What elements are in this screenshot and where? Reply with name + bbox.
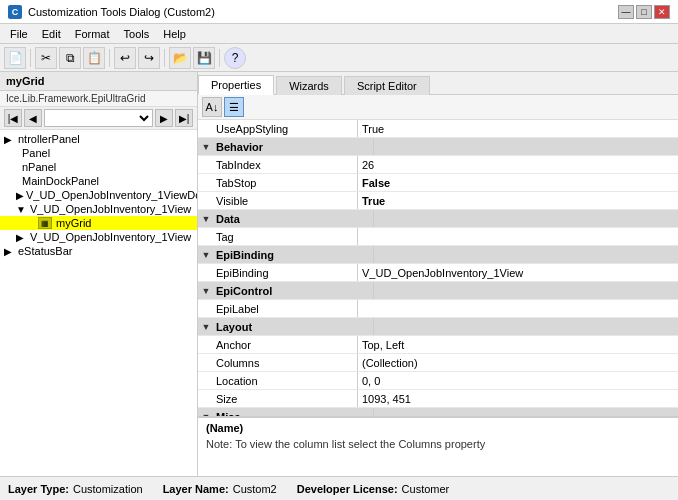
prop-row-location: Location 0, 0: [198, 372, 678, 390]
tree-item-view2[interactable]: ▶ V_UD_OpenJobInventory_1View: [0, 230, 197, 244]
tree-area: ▶ ntrollerPanel Panel nPanel MainDockPan…: [0, 130, 197, 476]
prop-cat-epicontrol[interactable]: ▼ EpiControl: [198, 282, 678, 300]
menu-format[interactable]: Format: [69, 27, 116, 41]
toolbar-sep-3: [164, 49, 165, 67]
tree-item-view1[interactable]: ▼ V_UD_OpenJobInventory_1View: [0, 202, 197, 216]
tree-toggle: ▼: [16, 204, 28, 215]
menu-bar: File Edit Format Tools Help: [0, 24, 678, 44]
menu-edit[interactable]: Edit: [36, 27, 67, 41]
maximize-button[interactable]: □: [636, 5, 652, 19]
tree-toggle: ▶: [16, 232, 28, 243]
tree-toggle: ▶: [4, 246, 16, 257]
status-layer-name: Layer Name: Custom2: [163, 483, 277, 495]
redo-button[interactable]: ↪: [138, 47, 160, 69]
prop-value[interactable]: 26: [358, 156, 678, 173]
nav-bar: |◀ ◀ ▶ ▶|: [0, 107, 197, 130]
close-button[interactable]: ✕: [654, 5, 670, 19]
tab-script-editor[interactable]: Script Editor: [344, 76, 430, 95]
cat-toggle: ▼: [198, 138, 214, 155]
tree-label: V_UD_OpenJobInventory_1View: [30, 231, 191, 243]
prop-row-tabindex: TabIndex 26: [198, 156, 678, 174]
cat-name: Misc: [214, 408, 374, 416]
tab-bar: Properties Wizards Script Editor: [198, 72, 678, 95]
description-panel: (Name) Note: To view the column list sel…: [198, 416, 678, 476]
sort-category-button[interactable]: ☰: [224, 97, 244, 117]
tree-item-controllerpanel[interactable]: ▶ ntrollerPanel: [0, 132, 197, 146]
prop-value[interactable]: [358, 300, 678, 317]
prop-value[interactable]: (Collection): [358, 354, 678, 371]
prop-value[interactable]: True: [358, 120, 678, 137]
menu-file[interactable]: File: [4, 27, 34, 41]
status-developer-value: Customer: [402, 483, 450, 495]
main-toolbar: 📄 ✂ ⧉ 📋 ↩ ↪ 📂 💾 ?: [0, 44, 678, 72]
open-button[interactable]: 📂: [169, 47, 191, 69]
prop-value[interactable]: V_UD_OpenJobInventory_1View: [358, 264, 678, 281]
left-panel: myGrid Ice.Lib.Framework.EpiUltraGrid |◀…: [0, 72, 198, 476]
prop-name: Visible: [198, 192, 358, 209]
menu-help[interactable]: Help: [157, 27, 192, 41]
status-layer-type: Layer Type: Customization: [8, 483, 143, 495]
prop-name: Anchor: [198, 336, 358, 353]
tree-item-mygrid[interactable]: ▦ myGrid: [0, 216, 197, 230]
prop-cat-epibinding[interactable]: ▼ EpiBinding: [198, 246, 678, 264]
prop-row-useappstyling: UseAppStyling True: [198, 120, 678, 138]
prop-name: Tag: [198, 228, 358, 245]
tree-label: V_UD_OpenJobInventory_1View: [30, 203, 191, 215]
tree-item-npanel[interactable]: nPanel: [0, 160, 197, 174]
tree-item-statusbar[interactable]: ▶ eStatusBar: [0, 244, 197, 258]
nav-first[interactable]: |◀: [4, 109, 22, 127]
prop-name: Location: [198, 372, 358, 389]
prop-cat-layout[interactable]: ▼ Layout: [198, 318, 678, 336]
status-layer-type-label: Layer Type:: [8, 483, 69, 495]
tree-item-view-doc[interactable]: ▶ V_UD_OpenJobInventory_1ViewDoc: [0, 188, 197, 202]
menu-tools[interactable]: Tools: [118, 27, 156, 41]
nav-prev[interactable]: ◀: [24, 109, 42, 127]
status-bar: Layer Type: Customization Layer Name: Cu…: [0, 476, 678, 500]
tree-item-panel[interactable]: Panel: [0, 146, 197, 160]
prop-cat-data[interactable]: ▼ Data: [198, 210, 678, 228]
toolbar-sep-1: [30, 49, 31, 67]
sort-alpha-button[interactable]: A↓: [202, 97, 222, 117]
prop-value[interactable]: 1093, 451: [358, 390, 678, 407]
prop-value[interactable]: 0, 0: [358, 372, 678, 389]
prop-row-visible: Visible True: [198, 192, 678, 210]
nav-dropdown[interactable]: [44, 109, 153, 127]
prop-name: EpiBinding: [198, 264, 358, 281]
copy-button[interactable]: ⧉: [59, 47, 81, 69]
properties-grid: UseAppStyling True ▼ Behavior TabIndex 2…: [198, 120, 678, 416]
prop-value[interactable]: [358, 228, 678, 245]
nav-last[interactable]: ▶|: [175, 109, 193, 127]
cat-name: Layout: [214, 318, 374, 335]
cat-toggle: ▼: [198, 246, 214, 263]
paste-button[interactable]: 📋: [83, 47, 105, 69]
cat-name: Behavior: [214, 138, 374, 155]
new-button[interactable]: 📄: [4, 47, 26, 69]
toolbar-sep-2: [109, 49, 110, 67]
component-name: myGrid: [0, 72, 197, 91]
prop-cat-misc[interactable]: ▼ Misc: [198, 408, 678, 416]
status-layer-name-label: Layer Name:: [163, 483, 229, 495]
prop-name: EpiLabel: [198, 300, 358, 317]
undo-button[interactable]: ↩: [114, 47, 136, 69]
prop-name: Columns: [198, 354, 358, 371]
cut-button[interactable]: ✂: [35, 47, 57, 69]
tab-properties[interactable]: Properties: [198, 75, 274, 95]
tree-item-maindockpanel[interactable]: MainDockPanel: [0, 174, 197, 188]
cat-toggle: ▼: [198, 282, 214, 299]
prop-cat-behavior[interactable]: ▼ Behavior: [198, 138, 678, 156]
prop-value[interactable]: True: [358, 192, 678, 209]
tab-toolbar: A↓ ☰: [198, 95, 678, 120]
tab-wizards[interactable]: Wizards: [276, 76, 342, 95]
window-title: Customization Tools Dialog (Custom2): [28, 6, 215, 18]
nav-next[interactable]: ▶: [155, 109, 173, 127]
minimize-button[interactable]: —: [618, 5, 634, 19]
save-button[interactable]: 💾: [193, 47, 215, 69]
prop-value[interactable]: Top, Left: [358, 336, 678, 353]
cat-name: EpiBinding: [214, 246, 374, 263]
desc-title: (Name): [206, 422, 670, 434]
cat-toggle: ▼: [198, 408, 214, 416]
prop-row-size: Size 1093, 451: [198, 390, 678, 408]
prop-value[interactable]: False: [358, 174, 678, 191]
tree-label: eStatusBar: [18, 245, 72, 257]
help-button[interactable]: ?: [224, 47, 246, 69]
